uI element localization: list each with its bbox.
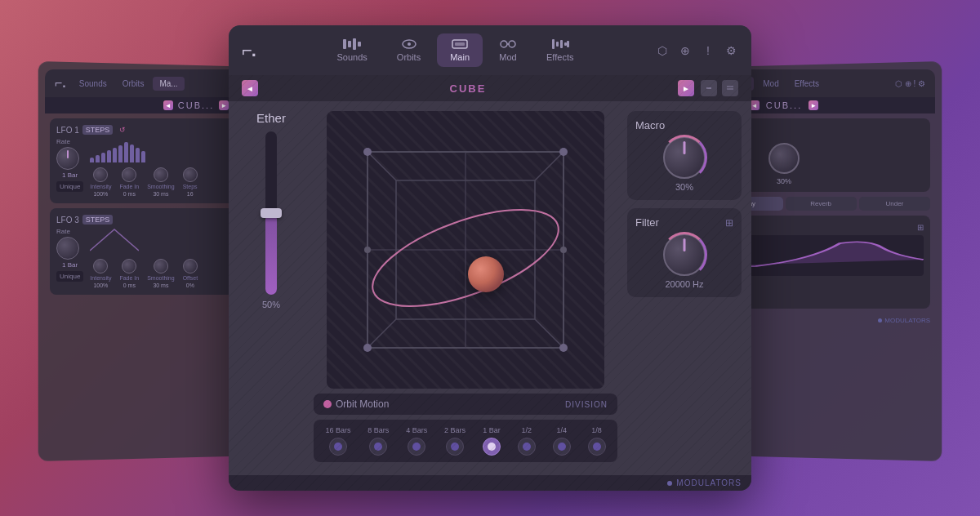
tab-main[interactable]: Main — [437, 33, 483, 67]
ether-slider-container: 50% — [255, 131, 287, 465]
orbits-icon — [400, 38, 418, 50]
tab-sounds[interactable]: Sounds — [324, 33, 381, 67]
preset-ctrl-1[interactable] — [701, 80, 717, 96]
modulators-dot — [667, 481, 672, 486]
div-8bars-label: 8 Bars — [368, 426, 389, 434]
mod-icon — [499, 38, 517, 50]
svg-point-8 — [501, 41, 507, 47]
tab-orbits[interactable]: Orbits — [384, 33, 434, 67]
lfo1-badge: STEPS — [82, 125, 114, 135]
bg-right-preset-name: CUB... — [766, 100, 802, 110]
svg-rect-15 — [567, 41, 569, 47]
ether-slider-track[interactable] — [265, 131, 277, 295]
bg-macro-knob[interactable] — [768, 143, 800, 174]
main-icon — [451, 38, 469, 50]
tab-main-label: Main — [450, 52, 470, 62]
svg-point-18 — [710, 87, 711, 89]
orbit-power-dot[interactable] — [323, 400, 332, 408]
bg-nav-sounds: Sounds — [73, 77, 114, 91]
preset-next-button[interactable]: ► — [678, 80, 694, 96]
div-4bars-label: 4 Bars — [406, 426, 427, 434]
div-2bars-btn[interactable] — [446, 438, 464, 456]
div-8bars-btn[interactable] — [369, 438, 387, 456]
macro-knob-container: 30% — [663, 136, 706, 192]
preset-bar: ◄ CUBE ► — [229, 75, 751, 101]
lfo1-params: Intensity 100% Fade In 0 ms Smoothing 30… — [90, 167, 197, 197]
div-half-btn[interactable] — [518, 438, 536, 456]
bg-right-icons: ⬡ ⊕ ! ⚙ — [895, 79, 925, 88]
main-panel: ⌐. Sounds — [229, 25, 751, 491]
bg-tab-under[interactable]: Under — [859, 197, 930, 211]
ether-value: 50% — [262, 300, 280, 309]
lfo3-waveform — [90, 228, 139, 252]
div-16bars-btn[interactable] — [329, 438, 347, 456]
alert-icon[interactable]: ! — [701, 43, 715, 58]
lfo3-rate-value: 1 Bar — [56, 261, 83, 269]
lfo3-rate-label: Rate — [56, 228, 83, 235]
lfo1-bars — [90, 138, 197, 162]
div-eighth: 1/8 — [588, 426, 606, 456]
lfo1-rate-value: 1 Bar — [56, 171, 83, 179]
bg-right-nav-effects: Effects — [788, 77, 826, 91]
tab-effects-label: Effects — [546, 52, 573, 62]
ether-slider-thumb[interactable] — [261, 208, 282, 218]
div-eighth-label: 1/8 — [591, 426, 602, 434]
preset-ctrl-2[interactable] — [722, 80, 738, 96]
svg-point-32 — [559, 344, 568, 352]
nav-tabs: Sounds Orbits — [256, 33, 655, 67]
div-eighth-btn[interactable] — [588, 438, 606, 456]
div-1bar-btn[interactable] — [483, 438, 501, 456]
lfo1-knob[interactable] — [56, 147, 79, 170]
right-panel: Macro 30% Filter ⊞ — [627, 111, 742, 465]
gear-icon[interactable]: ⚙ — [724, 43, 738, 58]
preset-name: CUBE — [265, 82, 671, 95]
svg-point-36 — [560, 247, 567, 253]
div-4bars-btn[interactable] — [408, 438, 425, 456]
tab-orbits-label: Orbits — [397, 52, 421, 62]
svg-rect-14 — [564, 42, 567, 46]
svg-point-17 — [708, 87, 710, 89]
lfo3-knob[interactable] — [56, 237, 79, 260]
svg-point-16 — [706, 87, 708, 89]
bg-right-nav-mod: Mod — [756, 77, 785, 91]
svg-rect-7 — [455, 42, 465, 46]
macro-knob[interactable] — [663, 136, 706, 179]
cube-icon[interactable]: ⬡ — [655, 43, 670, 58]
filter-knob-container: 20000 Hz — [663, 234, 706, 289]
svg-point-31 — [559, 148, 568, 156]
globe-icon[interactable]: ⊕ — [678, 43, 693, 58]
svg-point-30 — [363, 148, 372, 156]
bg-left-logo: ⌐. — [55, 76, 66, 91]
macro-knob-ring — [662, 135, 707, 180]
preset-prev-button[interactable]: ◄ — [242, 80, 258, 96]
top-icons: ⬡ ⊕ ! ⚙ — [655, 43, 738, 58]
filter-knob[interactable] — [663, 234, 706, 276]
div-2bars-label: 2 Bars — [444, 426, 466, 434]
svg-point-33 — [363, 344, 372, 352]
lfo1-rate-label: Rate — [56, 138, 83, 145]
bg-filter-icon: ⊞ — [917, 223, 924, 232]
orbit-motion-label: Orbit Motion — [323, 398, 389, 410]
filter-grid-icon[interactable]: ⊞ — [725, 217, 733, 229]
center-panel: Orbit Motion DIVISION 16 Bars 8 Bars 4 B… — [314, 111, 617, 465]
tab-effects[interactable]: Effects — [533, 33, 586, 67]
orbit-visualization — [327, 111, 604, 389]
filter-header: Filter ⊞ — [635, 216, 733, 229]
div-quarter: 1/4 — [553, 426, 571, 456]
bg-macro-value: 30% — [777, 177, 791, 185]
lfo1-title: LFO 1 — [56, 126, 79, 135]
div-2bars: 2 Bars — [444, 426, 466, 456]
div-quarter-btn[interactable] — [553, 438, 571, 456]
tab-mod-label: Mod — [499, 52, 516, 62]
bg-nav-orbits: Orbits — [116, 77, 151, 91]
app-logo: ⌐. — [242, 40, 256, 61]
tab-mod[interactable]: Mod — [486, 33, 530, 67]
div-quarter-label: 1/4 — [556, 426, 567, 434]
lfo1-icon: ↺ — [119, 126, 126, 134]
content-area: Ether 50% — [229, 101, 751, 475]
lfo3-title: LFO 3 — [56, 216, 79, 225]
filter-knob-ring — [662, 232, 707, 278]
bg-tab-reverb[interactable]: Reverb — [786, 197, 857, 211]
division-label: DIVISION — [565, 400, 608, 409]
modulators-label: MODULATORS — [676, 478, 742, 487]
